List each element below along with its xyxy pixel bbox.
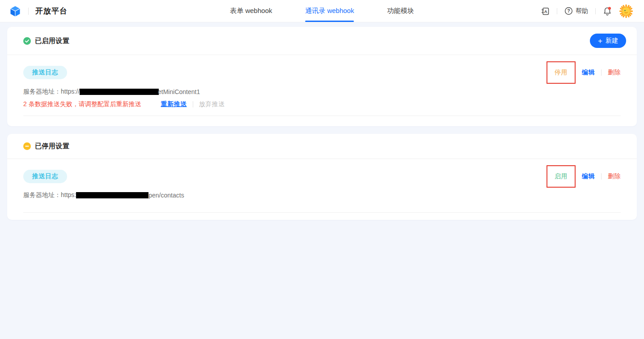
redacted-url-segment [80,89,159,95]
server-address-suffix: pen/contacts [148,192,184,199]
help-button[interactable]: ? 帮助 [564,7,588,15]
svg-text:?: ? [567,9,570,13]
divider [193,101,193,107]
divider [7,55,637,55]
disabled-settings-card: 已停用设置 推送日志 启用 编辑 删除 服务器地址：https:pen/cont… [7,134,637,220]
disabled-item-row: 推送日志 启用 编辑 删除 [23,165,621,188]
server-address-line: 服务器地址：https://etMiniContent1 [23,88,621,96]
push-error-text: 2 条数据推送失败，请调整配置后重新推送 [23,100,141,108]
divider [601,69,602,76]
delete-link[interactable]: 删除 [608,172,621,180]
app-title: 开放平台 [35,6,68,16]
section-title: 已停用设置 [35,142,70,150]
brand-divider [28,8,29,15]
tab-form-webhook[interactable]: 表单 webhook [230,0,272,22]
disabled-item-actions: 启用 编辑 删除 [547,165,621,188]
divider [7,159,637,159]
push-log-button[interactable]: 推送日志 [23,66,67,79]
push-error-line: 2 条数据推送失败，请调整配置后重新推送 重新推送 放弃推送 [23,100,621,108]
server-address-prefix: 服务器地址：https: [23,191,76,199]
enabled-title-group: 已启用设置 [23,37,70,45]
retry-push-link[interactable]: 重新推送 [161,100,187,108]
question-circle-icon: ? [564,7,573,15]
redacted-url-segment [76,192,148,198]
top-navigation-bar: 开放平台 表单 webhook 通讯录 webhook 功能模块 A ? 帮助 [0,0,644,22]
address-book-icon: A [541,7,550,16]
disabled-card-header: 已停用设置 [7,134,637,159]
edit-link[interactable]: 编辑 [582,69,595,77]
tab-feature-modules[interactable]: 功能模块 [387,0,414,22]
nav-tabs: 表单 webhook 通讯录 webhook 功能模块 [230,0,414,22]
check-circle-icon [23,37,31,45]
divider [595,8,596,14]
tab-contacts-webhook[interactable]: 通讯录 webhook [305,0,354,22]
edit-link[interactable]: 编辑 [582,172,595,180]
server-address-prefix: 服务器地址：https:// [23,88,80,96]
create-new-label: 新建 [606,37,618,45]
create-new-button[interactable]: + 新建 [590,34,626,48]
annotation-highlight-box: 启用 [547,165,576,188]
topbar-right-icons: A ? 帮助 [541,4,633,18]
brand-area: 开放平台 [9,5,68,17]
user-avatar[interactable] [619,4,633,18]
enabled-settings-card: 已启用设置 + 新建 推送日志 停用 编辑 删除 服务器 [7,27,637,126]
divider [557,8,557,14]
divider [601,173,602,180]
server-address-line: 服务器地址：https:pen/contacts [23,191,621,199]
enabled-card-body: 推送日志 停用 编辑 删除 服务器地址：https://etMiniConten… [7,61,637,126]
minus-circle-icon [23,142,31,150]
abandon-push-link[interactable]: 放弃推送 [199,100,225,108]
svg-text:A: A [544,9,547,14]
sunflower-avatar-icon [619,4,633,18]
bell-icon [603,6,612,16]
contacts-book-icon[interactable]: A [541,7,550,16]
enabled-card-header: 已启用设置 + 新建 [7,27,637,55]
notification-bell-icon[interactable] [603,6,612,16]
push-log-button[interactable]: 推送日志 [23,170,67,183]
app-logo-cube-icon [9,5,21,17]
annotation-highlight-box: 停用 [547,61,576,84]
enable-link[interactable]: 启用 [555,172,568,180]
plus-icon: + [598,37,602,45]
delete-link[interactable]: 删除 [608,69,621,77]
help-label: 帮助 [576,7,588,15]
section-title: 已启用设置 [35,37,70,45]
main-content: 已启用设置 + 新建 推送日志 停用 编辑 删除 服务器 [0,22,644,220]
disabled-card-body: 推送日志 启用 编辑 删除 服务器地址：https:pen/contacts [7,165,637,220]
enabled-item-row: 推送日志 停用 编辑 删除 [23,61,621,84]
disabled-title-group: 已停用设置 [23,142,70,150]
enabled-item-actions: 停用 编辑 删除 [547,61,621,84]
disable-link[interactable]: 停用 [555,69,568,77]
server-address-suffix: etMiniContent1 [158,88,200,95]
